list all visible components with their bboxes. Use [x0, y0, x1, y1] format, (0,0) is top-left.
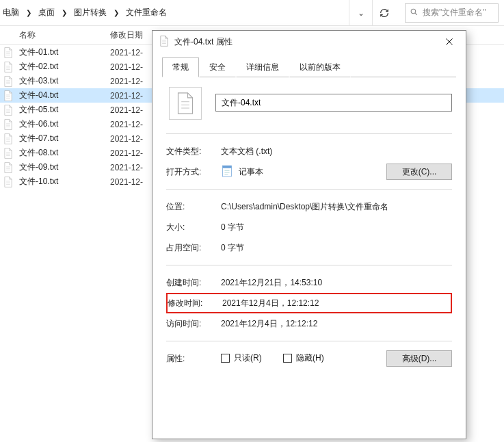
chevron-right-icon: ❯ [109, 9, 123, 16]
value-accessed: 2021年12月4日，12:12:12 [221, 318, 452, 330]
value-created: 2021年12月21日，14:53:10 [221, 277, 452, 289]
label-accessed: 访问时间: [166, 318, 221, 330]
address-dropdown-button[interactable]: ⌄ [349, 0, 372, 25]
label-filetype: 文件类型: [166, 146, 221, 157]
svg-point-0 [411, 9, 416, 14]
svg-rect-41 [223, 166, 232, 168]
file-name: 文件-03.txt [16, 75, 106, 87]
separator [166, 341, 452, 341]
file-icon [0, 162, 16, 173]
breadcrumb-segment[interactable]: 图片转换 [74, 7, 107, 18]
file-name: 文件-07.txt [16, 133, 106, 144]
file-type-icon [169, 87, 202, 120]
properties-dialog: 文件-04.txt 属性 常规 安全 详细信息 以前的版本 文件类型: 文本文档… [152, 30, 466, 439]
advanced-button[interactable]: 高级(D)... [386, 350, 452, 367]
dialog-titlebar[interactable]: 文件-04.txt 属性 [152, 31, 466, 53]
checkbox-hidden-label: 隐藏(H) [296, 352, 324, 364]
breadcrumb-segment[interactable]: 电脑 [3, 7, 19, 18]
filename-input[interactable] [215, 94, 452, 112]
file-icon [0, 90, 16, 101]
tab-pane-general: 文件类型: 文本文档 (.txt) 打开方式: 记事本 更改(C)... 位置:… [162, 77, 456, 369]
separator [166, 189, 452, 190]
checkbox-hidden[interactable]: 隐藏(H) [283, 352, 324, 364]
value-modified: 2021年12月4日，12:12:12 [222, 298, 451, 309]
tab-details[interactable]: 详细信息 [236, 57, 289, 77]
separator [166, 133, 452, 134]
dialog-title: 文件-04.txt 属性 [174, 36, 436, 48]
tab-security[interactable]: 安全 [199, 57, 236, 77]
search-input[interactable]: 搜索"文件重命名" [405, 3, 499, 23]
checkbox-readonly[interactable]: 只读(R) [221, 352, 262, 364]
highlight-modified: 修改时间: 2021年12月4日，12:12:12 [166, 293, 452, 313]
close-button[interactable] [436, 31, 463, 53]
file-name: 文件-06.txt [16, 118, 106, 130]
label-created: 创建时间: [166, 277, 221, 289]
breadcrumb[interactable]: 电脑 ❯ 桌面 ❯ 图片转换 ❯ 文件重命名 [0, 0, 349, 25]
checkbox-icon [283, 354, 292, 363]
separator [166, 265, 452, 265]
file-icon [0, 148, 16, 159]
column-name[interactable]: 名称 [0, 29, 106, 41]
file-icon [0, 119, 16, 130]
file-icon [0, 76, 16, 87]
file-name: 文件-05.txt [16, 104, 106, 116]
value-filetype: 文本文档 (.txt) [221, 146, 452, 157]
label-location: 位置: [166, 201, 221, 213]
value-size: 0 字节 [221, 222, 452, 233]
tab-previous[interactable]: 以前的版本 [289, 57, 351, 77]
file-name: 文件-04.txt [16, 90, 106, 101]
label-size: 大小: [166, 222, 221, 233]
checkbox-icon [221, 354, 230, 363]
label-sizeondisk: 占用空间: [166, 242, 221, 254]
file-icon [0, 177, 16, 187]
file-name: 文件-08.txt [16, 147, 106, 159]
chevron-right-icon: ❯ [22, 9, 36, 16]
file-icon [159, 36, 174, 49]
value-location: C:\Users\admin\Desktop\图片转换\文件重命名 [221, 201, 452, 213]
file-icon [0, 62, 16, 73]
notepad-icon [221, 164, 233, 180]
checkbox-readonly-label: 只读(R) [234, 352, 262, 364]
chevron-right-icon: ❯ [57, 9, 71, 16]
tab-general[interactable]: 常规 [162, 57, 199, 77]
refresh-button[interactable] [372, 0, 395, 25]
file-name: 文件-10.txt [16, 176, 106, 187]
label-openwith: 打开方式: [166, 166, 221, 178]
file-icon [0, 133, 16, 144]
file-name: 文件-02.txt [16, 61, 106, 73]
file-name: 文件-01.txt [16, 47, 106, 58]
value-openwith: 记事本 [239, 166, 263, 178]
label-attributes: 属性: [166, 353, 221, 365]
search-placeholder: 搜索"文件重命名" [423, 7, 486, 18]
label-modified: 修改时间: [168, 298, 222, 309]
file-name: 文件-09.txt [16, 161, 106, 173]
breadcrumb-segment[interactable]: 文件重命名 [126, 7, 167, 18]
value-sizeondisk: 0 字节 [221, 242, 452, 254]
breadcrumb-segment[interactable]: 桌面 [38, 7, 55, 18]
svg-line-1 [415, 13, 417, 15]
change-button[interactable]: 更改(C)... [386, 164, 452, 180]
tab-strip: 常规 安全 详细信息 以前的版本 [162, 58, 456, 77]
search-icon [410, 8, 419, 18]
file-icon [0, 105, 16, 116]
address-bar: 电脑 ❯ 桌面 ❯ 图片转换 ❯ 文件重命名 ⌄ 搜索"文件重命名" [0, 0, 504, 26]
file-icon [0, 47, 16, 58]
